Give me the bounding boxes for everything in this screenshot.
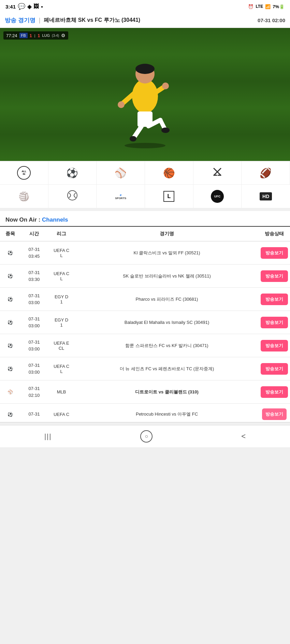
status-bar: 3:41 💬 ◈ 🖼 ● ⏰ LTE 📶 7%🔋 <box>0 0 290 13</box>
category-league[interactable]: L <box>145 185 193 208</box>
category-baseball[interactable]: ⚾ <box>97 161 145 185</box>
watch-status-cell: 방송보기 <box>259 311 290 334</box>
category-ufc[interactable]: UFC <box>193 185 242 208</box>
video-scoreboard: 77:24 FB 1 : 1 LUG (3-4) ⚙ <box>3 31 68 40</box>
diamond-icon: ◈ <box>27 3 31 10</box>
watch-status-cell: 방송보기 <box>259 288 290 311</box>
category-grid: ALL IN ⚽ ⚾ 🏀 🏈 🏐 <box>0 161 290 208</box>
league-cell: MLB <box>48 380 75 404</box>
watch-status-cell: 방송보기 <box>259 404 290 422</box>
watch-button[interactable]: 방송보기 <box>261 317 288 328</box>
hockey-icon <box>212 166 223 180</box>
time-display: 3:41 <box>5 4 16 10</box>
alarm-icon: ⏰ <box>248 4 253 9</box>
baseball-icon: ⚾ <box>115 167 127 179</box>
table-row: ⚽07-3103:00UEFA CL더 뉴 세인츠 FC vs 페렌츠바로시 T… <box>0 357 290 380</box>
table-row: ⚾07-3102:10MLB디트로이트 vs 클리블랜드 (310)방송보기 <box>0 380 290 404</box>
table-row: ⚽07-31UEFA CPetrocub Hincesti vs 아푸엘 FC방… <box>0 404 290 422</box>
category-basketball[interactable]: 🏀 <box>145 161 193 185</box>
league-cell: UEFA ECL <box>48 334 75 357</box>
lte-indicator: LTE <box>256 4 263 9</box>
now-on-air-section: Now On Air : Channels <box>0 211 290 226</box>
sport-icon-cell: ⚽ <box>0 241 20 265</box>
menu-button[interactable]: ||| <box>44 433 52 440</box>
time-cell: 07-3103:00 <box>20 311 48 334</box>
channels-label: Channels <box>42 216 68 223</box>
battery-display: 7%🔋 <box>273 4 285 9</box>
score-team1: 1 <box>30 33 32 38</box>
league-cell: UEFA C <box>48 404 75 422</box>
category-esports[interactable]: e SPORTS <box>97 185 145 208</box>
watch-button[interactable]: 방송보기 <box>261 386 288 398</box>
match-name-cell: SK 슬로반 브라티슬라바 vs NK 첼레 (30511) <box>75 265 259 288</box>
category-football[interactable]: 🏈 <box>242 161 290 185</box>
schedule-table: 종목 시간 리그 경기명 방송상태 ⚽07-3103:45UEFA CLKI 클… <box>0 226 290 422</box>
back-button[interactable]: < <box>241 432 246 441</box>
dot-indicator: ● <box>41 5 43 9</box>
status-left: 3:41 💬 ◈ 🖼 ● <box>5 3 43 10</box>
watch-status-cell: 방송보기 <box>259 380 290 404</box>
time-cell: 07-3103:00 <box>20 334 48 357</box>
sport-icon-cell: ⚽ <box>0 311 20 334</box>
extra-info: (3-4) <box>52 34 59 38</box>
now-on-air-label: Now On Air : <box>5 216 42 223</box>
col-match: 경기명 <box>75 226 259 241</box>
message-icon: 💬 <box>18 3 25 10</box>
category-soccer[interactable]: ⚽ <box>48 161 97 185</box>
match-name-cell: Petrocub Hincesti vs 아푸엘 FC <box>75 404 259 422</box>
photo-icon: 🖼 <box>33 3 39 10</box>
svg-point-18 <box>68 191 77 200</box>
table-row: ⚽07-3103:00UEFA ECL함룬 스파르탄스 FC vs KF 발카니… <box>0 334 290 357</box>
league-cell: UEFA CL <box>48 265 75 288</box>
tennis-icon <box>67 190 78 203</box>
esports-icon: e SPORTS <box>115 193 126 200</box>
watch-status-cell: 방송보기 <box>259 241 290 265</box>
home-button[interactable]: ○ <box>140 430 153 443</box>
match-name-cell: KI 클락스비크 vs 말뫼 FF (30521) <box>75 241 259 265</box>
league-cell: UEFA CL <box>48 241 75 265</box>
category-tennis[interactable] <box>48 185 97 208</box>
category-volleyball[interactable]: 🏐 <box>0 185 48 208</box>
svg-point-13 <box>161 128 170 133</box>
ufc-icon: UFC <box>211 190 224 203</box>
all-in-icon: ALL IN <box>17 166 31 180</box>
svg-point-10 <box>130 136 136 141</box>
sport-icon-cell: ⚾ <box>0 380 20 404</box>
score-team2: 1 <box>38 33 40 38</box>
watch-button[interactable]: 방송보기 <box>262 408 287 420</box>
match-time: 77:24 <box>6 33 17 38</box>
sport-icon-cell: ⚽ <box>0 404 20 422</box>
match-name-cell: Baladiyat El Mahalla vs Ismaily SC (3049… <box>75 311 259 334</box>
watch-button[interactable]: 방송보기 <box>261 270 288 282</box>
category-all[interactable]: ALL IN <box>0 161 48 185</box>
svg-point-3 <box>135 64 155 74</box>
league-cell: EGY D1 <box>48 311 75 334</box>
watch-button[interactable]: 방송보기 <box>261 363 288 375</box>
category-hockey[interactable] <box>193 161 242 185</box>
header-divider: | <box>39 17 41 24</box>
match-name-cell: 함룬 스파르탄스 FC vs KF 발카니 (30471) <box>75 334 259 357</box>
svg-point-0 <box>125 143 165 148</box>
svg-point-1 <box>132 79 158 113</box>
status-right: ⏰ LTE 📶 7%🔋 <box>248 4 285 9</box>
time-cell: 07-3103:00 <box>20 288 48 311</box>
col-league: 리그 <box>48 226 75 241</box>
football-icon: 🏈 <box>260 167 272 179</box>
time-cell: 07-3103:45 <box>20 241 48 265</box>
hd-icon: HD <box>260 192 272 200</box>
table-row: ⚽07-3103:45UEFA CLKI 클락스비크 vs 말뫼 FF (305… <box>0 241 290 265</box>
table-row: ⚽07-3103:00EGY D1Baladiyat El Mahalla vs… <box>0 311 290 334</box>
match-name-cell: 더 뉴 세인츠 FC vs 페렌츠바로시 TC (문자중계) <box>75 357 259 380</box>
header-label: 방송 경기명 <box>5 16 35 24</box>
time-cell: 07-3103:00 <box>20 357 48 380</box>
sport-icon-cell: ⚽ <box>0 265 20 288</box>
category-hd[interactable]: HD <box>242 185 290 208</box>
video-player[interactable]: 77:24 FB 1 : 1 LUG (3-4) ⚙ <box>0 28 290 161</box>
watch-button[interactable]: 방송보기 <box>261 247 288 259</box>
watch-button[interactable]: 방송보기 <box>261 294 288 305</box>
volleyball-icon: 🏐 <box>18 191 29 202</box>
league-cell: EGY D1 <box>48 288 75 311</box>
team1-abbr: FB <box>19 33 28 38</box>
watch-button[interactable]: 방송보기 <box>261 340 288 351</box>
header-title: 페네르바흐체 SK vs FC 루가노 (30441) <box>44 17 254 24</box>
